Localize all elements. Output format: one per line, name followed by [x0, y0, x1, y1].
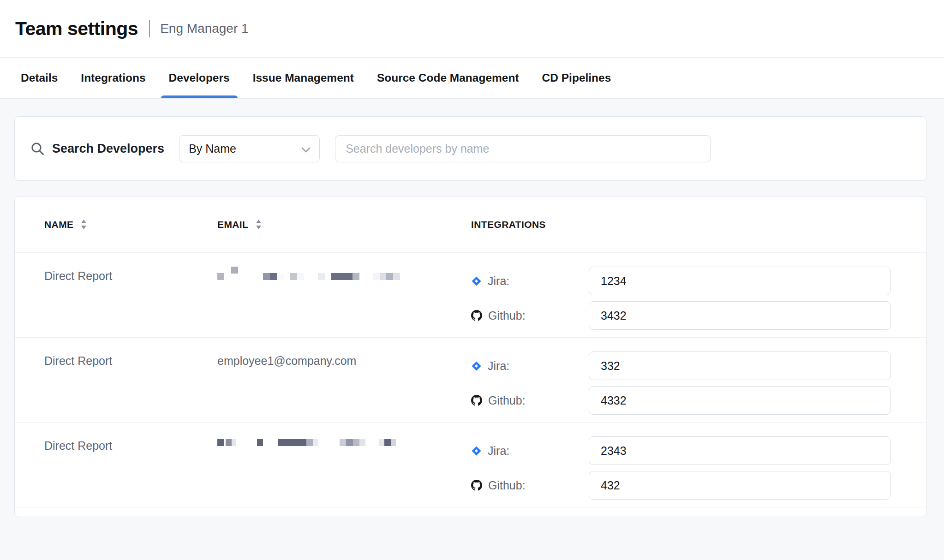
redaction-block — [306, 439, 313, 446]
search-developers-panel: Search Developers By Name — [14, 116, 926, 181]
jira-label: Jira: — [488, 359, 509, 373]
jira-label: Jira: — [488, 274, 509, 288]
developer-email-redacted — [217, 436, 471, 458]
redaction-block — [277, 273, 284, 280]
github-id-input[interactable] — [589, 471, 891, 500]
jira-icon — [471, 361, 482, 371]
github-label: Github: — [488, 394, 526, 407]
jira-id-input[interactable] — [589, 436, 891, 465]
redaction-block — [331, 273, 353, 280]
redaction-block — [346, 439, 353, 446]
github-label: Github: — [488, 479, 526, 492]
tab-issue-management[interactable]: Issue Management — [245, 58, 362, 98]
sort-name-icon[interactable] — [80, 219, 87, 230]
redaction-block — [353, 439, 359, 446]
github-icon — [471, 480, 482, 491]
github-icon — [471, 395, 482, 406]
redaction-block — [359, 439, 365, 446]
tab-bar: Details Integrations Developers Issue Ma… — [0, 58, 944, 99]
redaction-block — [290, 273, 297, 280]
jira-icon — [471, 276, 482, 286]
jira-icon — [471, 446, 482, 456]
github-id-input[interactable] — [589, 301, 891, 330]
redaction-block — [257, 439, 263, 446]
redaction-block — [353, 273, 359, 280]
tab-source-code-management[interactable]: Source Code Management — [369, 58, 527, 98]
redaction-block — [226, 439, 232, 446]
jira-label: Jira: — [488, 444, 509, 458]
github-icon — [471, 310, 482, 321]
search-developers-input[interactable] — [335, 135, 711, 162]
table-row: Direct Report Jira: — [15, 423, 926, 507]
redaction-block — [379, 439, 384, 446]
redaction-block — [217, 439, 224, 446]
redaction-block — [231, 267, 238, 274]
developer-email-redacted — [217, 267, 471, 288]
developers-table: NAME EMAIL INTEGRATIONS — [14, 196, 926, 517]
redaction-block — [263, 273, 270, 280]
developer-email: employee1@company.com — [217, 351, 471, 368]
redaction-block — [386, 273, 393, 280]
column-header-email: EMAIL — [217, 219, 471, 230]
github-id-input[interactable] — [589, 386, 891, 415]
title-separator — [149, 20, 150, 37]
redaction-block — [384, 439, 391, 446]
table-row: Direct Report employee1@company.com Jira… — [15, 338, 926, 423]
redaction-block — [318, 273, 325, 280]
redaction-block — [297, 273, 304, 280]
search-filter-select[interactable]: By Name — [179, 135, 320, 162]
column-header-integrations: INTEGRATIONS — [471, 219, 891, 230]
tab-developers[interactable]: Developers — [161, 58, 238, 98]
tab-details[interactable]: Details — [13, 58, 66, 98]
redaction-block — [217, 273, 224, 280]
redaction-block — [278, 439, 306, 446]
developer-name: Direct Report — [44, 267, 217, 283]
developer-name: Direct Report — [44, 351, 217, 368]
redaction-block — [391, 439, 396, 446]
tab-cd-pipelines[interactable]: CD Pipelines — [534, 58, 619, 98]
redaction-block — [313, 439, 318, 446]
redaction-block — [340, 439, 346, 446]
page-title: Team settings — [15, 18, 138, 40]
github-label: Github: — [488, 309, 526, 322]
jira-id-input[interactable] — [589, 351, 891, 380]
jira-id-input[interactable] — [589, 267, 891, 295]
developer-name: Direct Report — [44, 436, 217, 453]
redaction-block — [232, 439, 236, 446]
redaction-block — [270, 273, 277, 280]
page-subtitle: Eng Manager 1 — [160, 21, 248, 36]
search-section-label: Search Developers — [52, 142, 164, 156]
redaction-block — [380, 273, 387, 280]
table-header-row: NAME EMAIL INTEGRATIONS — [15, 197, 926, 253]
table-row: Direct Report Jira: — [15, 253, 926, 338]
tab-integrations[interactable]: Integrations — [73, 58, 153, 98]
search-icon — [30, 142, 45, 156]
column-header-name: NAME — [44, 219, 217, 230]
redaction-block — [393, 273, 400, 280]
redaction-block — [373, 273, 380, 280]
sort-email-icon[interactable] — [255, 219, 262, 230]
page-header: Team settings Eng Manager 1 — [0, 0, 944, 58]
